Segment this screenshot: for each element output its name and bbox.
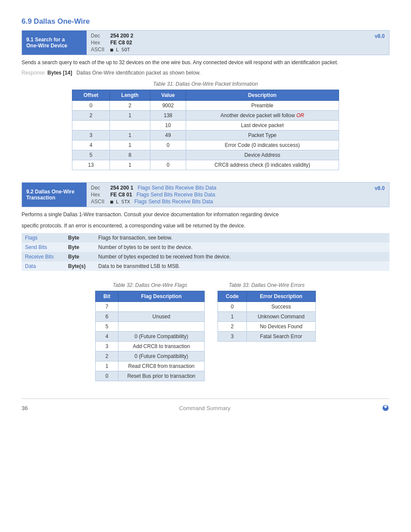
param-label-data: Data: [22, 261, 65, 271]
footer-center-text: Command Summary: [179, 405, 230, 411]
param-row-receivebits: Receive Bits Byte Number of bytes expect…: [22, 252, 389, 261]
col-code: Code: [218, 291, 247, 302]
table31-caption: Table 31: Dallas One-Wire Packet Informa…: [22, 81, 389, 87]
table-row: 1Unknown Command: [218, 312, 316, 322]
table33: Code Error Description 0Success 1Unknown…: [218, 291, 316, 342]
dec-label: Dec: [91, 33, 110, 39]
section-title: 6.9 Dallas One-Wire: [22, 17, 389, 26]
table-row: 1310CRC8 address check (0 indicates vali…: [72, 160, 339, 170]
table32: Bit Flag Description 7 6Unused 5 40 (Fut…: [95, 291, 205, 381]
param-label-flags: Flags: [22, 233, 65, 243]
desc-92-1: Performs a single Dallas 1-Wire transact…: [22, 211, 389, 218]
ascii-value: ■ ᒪ SOT: [110, 47, 130, 53]
hex-value: FE C8 02: [110, 40, 132, 46]
col-description: Description: [186, 90, 339, 101]
table-row: 3Fatal Search Error: [218, 332, 316, 342]
col-flag-desc: Flag Description: [118, 291, 205, 302]
cmd-title-92: 9.2 Dallas One-Wire Transaction: [22, 183, 87, 207]
param-desc-flags: Flags for transaction, see below.: [95, 233, 389, 243]
table-row: 6Unused: [96, 312, 205, 322]
table-row: 3149Packet Type: [72, 131, 339, 140]
desc-91: Sends a search query to each of the up t…: [22, 59, 389, 66]
response-row-91: Response Bytes [14] Dallas One-Wire iden…: [22, 70, 389, 76]
tables-row-3233: Table 32: Dallas One-Wire Flags Bit Flag…: [22, 277, 389, 381]
table31: Offset Length Value Description 029002Pr…: [72, 90, 339, 170]
col-error-desc: Error Description: [247, 291, 316, 302]
param-type-receivebits: Byte: [65, 252, 95, 261]
version-badge-91: v8.0: [371, 31, 389, 42]
response-type: Bytes [14]: [47, 70, 72, 76]
param-desc-data: Data to be transmitted LSB to MSB.: [95, 261, 389, 271]
command-block-91: 9.1 Search for a One-Wire Device Dec 254…: [22, 30, 389, 55]
param-desc-receivebits: Number of bytes expected to be received …: [95, 252, 389, 261]
desc-92-2: specific protocols. If an error is encou…: [22, 222, 389, 230]
dec-value-92: 254 200 1: [110, 185, 133, 191]
table-row: 1Read CRC8 from transaction: [96, 361, 205, 371]
param-label-receivebits: Receive Bits: [22, 252, 65, 261]
table-row: 20 (Future Compatibility): [96, 352, 205, 361]
col-bit: Bit: [96, 291, 118, 302]
version-badge-92: v8.0: [371, 183, 389, 194]
param-table-92: Flags Byte Flags for transaction, see be…: [22, 233, 389, 271]
table-row: 0Reset Bus prior to transaction: [96, 371, 205, 381]
dec-label-92: Dec: [91, 185, 110, 191]
footer-logo-icon: [382, 403, 389, 413]
cmd-title-91: 9.1 Search for a One-Wire Device: [22, 31, 87, 55]
ascii-value-92: ■ ᒪ STX: [110, 199, 130, 205]
table-row: 40 (Future Compatibility): [96, 332, 205, 342]
cmd-details-91: Dec 254 200 2 Hex FE C8 02 ASCII ■ ᒪ SOT: [87, 31, 371, 55]
footer: 36 Command Summary: [22, 398, 389, 413]
table-row: 21138Another device packet will follow O…: [72, 111, 339, 121]
table33-caption: Table 33: Dallas One-Wire Errors: [218, 282, 316, 288]
param-type-data: Byte(s): [65, 261, 95, 271]
col-offset: Offset: [72, 90, 110, 101]
table32-caption: Table 32: Dallas One-Wire Flags: [95, 282, 205, 288]
table-row: 10Last device packet: [72, 121, 339, 131]
table-row: 0Success: [218, 302, 316, 312]
dec-value: 254 200 2: [110, 33, 133, 39]
page-number: 36: [22, 405, 28, 411]
table-row: 7: [96, 302, 205, 312]
table-row: 5: [96, 322, 205, 332]
command-block-92: 9.2 Dallas One-Wire Transaction Dec 254 …: [22, 182, 389, 207]
param-type-sendbits: Byte: [65, 243, 95, 252]
fields-dec: Flags Send Bits Receive Bits Data: [137, 185, 216, 191]
response-label: Response: [22, 70, 45, 76]
param-type-flags: Byte: [65, 233, 95, 243]
hex-label: Hex: [91, 40, 110, 46]
fields-hex: Flags Send Bits Receive Bits Data: [137, 192, 215, 198]
table-row: 029002Preamble: [72, 101, 339, 111]
hex-label-92: Hex: [91, 192, 110, 198]
cmd-details-92: Dec 254 200 1 Flags Send Bits Receive Bi…: [87, 183, 371, 207]
param-desc-sendbits: Number of bytes to be sent to the device…: [95, 243, 389, 252]
table33-container: Table 33: Dallas One-Wire Errors Code Er…: [218, 277, 316, 381]
response-desc: Dallas One-Wire identification packet as…: [76, 70, 200, 76]
table-row: 2No Devices Found: [218, 322, 316, 332]
table32-container: Table 32: Dallas One-Wire Flags Bit Flag…: [95, 277, 205, 381]
fields-ascii: Flags Send Bits Receive Bits Data: [134, 199, 213, 205]
param-label-sendbits: Send Bits: [22, 243, 65, 252]
table-row: 3Add CRC8 to transaction: [96, 342, 205, 352]
col-length: Length: [109, 90, 150, 101]
hex-value-92: FE C8 01: [110, 192, 132, 198]
col-value: Value: [150, 90, 186, 101]
param-row-sendbits: Send Bits Byte Number of bytes to be sen…: [22, 243, 389, 252]
table-row: 58Device Address: [72, 150, 339, 160]
svg-point-1: [384, 405, 387, 408]
param-row-flags: Flags Byte Flags for transaction, see be…: [22, 233, 389, 243]
param-row-data: Data Byte(s) Data to be transmitted LSB …: [22, 261, 389, 271]
ascii-label-92: ASCII: [91, 199, 110, 205]
table-row: 410Error Code (0 indicates success): [72, 140, 339, 150]
ascii-label: ASCII: [91, 47, 110, 53]
